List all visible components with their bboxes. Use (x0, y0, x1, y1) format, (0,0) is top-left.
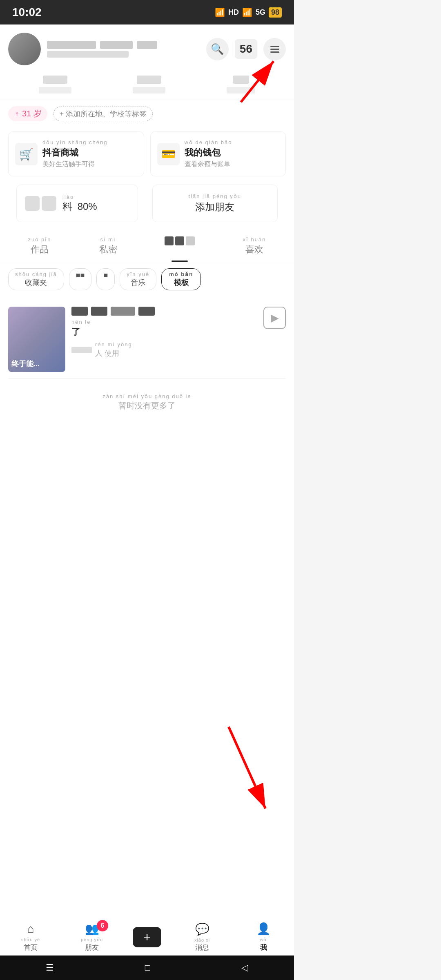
wallet-card[interactable]: 💳 wǒ de qián bāo 我的钱包 查看余额与账单 (150, 131, 286, 176)
signal-icon: 📶 (242, 7, 252, 17)
plus-icon: + (143, 930, 151, 945)
profile-icon-2 (42, 196, 56, 211)
no-more-label: 暂时没有更多了 (118, 401, 176, 410)
likes-num-block (233, 76, 249, 84)
likes-label-block (227, 87, 255, 94)
title-block-4 (138, 307, 155, 316)
menu-line-1 (270, 46, 279, 47)
status-bar: 10:02 📶 HD 📶 5G 98 (0, 0, 294, 24)
stat-following[interactable] (39, 76, 71, 94)
service-cards: 🛒 dǒu yīn shāng chéng 抖音商城 美好生活触手可得 💳 wǒ… (0, 127, 294, 180)
wallet-title-pinyin: wǒ de qián bāo (185, 139, 232, 145)
add-friend-label: 添加朋友 (195, 200, 234, 214)
username-block-1 (47, 41, 96, 49)
nav-home-pinyin: shǒu yè (21, 937, 40, 942)
nav-messages-pinyin: xiāo xi (194, 938, 210, 942)
shop-card[interactable]: 🛒 dǒu yīn shāng chéng 抖音商城 美好生活触手可得 (8, 131, 144, 176)
wallet-text: wǒ de qián bāo 我的钱包 查看余额与账单 (185, 139, 232, 169)
system-menu-button[interactable]: ☰ (46, 962, 54, 973)
menu-button[interactable] (263, 38, 286, 60)
stats-row (0, 69, 294, 100)
bottom-nav: ⌂ shǒu yè 首页 6 👥 péng yǒu 朋友 + 💬 xiāo xi… (0, 917, 294, 956)
add-tag-label: + 添加所在地、学校等标签 (60, 109, 147, 119)
profile-complete-label: 料 80% (62, 200, 129, 213)
stat-followers[interactable] (133, 76, 165, 94)
filter-template-pinyin: mó bǎn (169, 271, 193, 277)
nav-home-label: 首页 (24, 943, 38, 952)
username-block-3 (137, 41, 157, 49)
followers-num-block (137, 76, 161, 84)
filter-template[interactable]: mó bǎn 模板 (161, 268, 201, 290)
status-icons: 📶 HD 📶 5G 98 (215, 7, 282, 18)
add-tag-button[interactable]: + 添加所在地、学校等标签 (53, 107, 153, 121)
tags-row: ♀ 31 岁 + 添加所在地、学校等标签 (0, 100, 294, 127)
nav-friends[interactable]: 6 👥 péng yǒu 朋友 (71, 922, 112, 952)
search-button[interactable]: 🔍 (206, 38, 229, 60)
filter-type3[interactable]: ■ (96, 268, 115, 290)
filter-row: shōu cáng jiā 收藏夹 ■■ ■ yīn yuè 音乐 mó bǎn… (0, 262, 294, 296)
filter-template-label: 模板 (174, 278, 189, 287)
tab-private[interactable]: sī mì 私密 (95, 230, 121, 262)
notification-count[interactable]: 56 (235, 39, 257, 59)
add-friend-card[interactable]: tiān jiā péng yǒu 添加朋友 (152, 185, 278, 222)
no-more-pinyin: zàn shí méi yǒu gèng duō le (102, 393, 191, 399)
shop-text: dǒu yīn shāng chéng 抖音商城 美好生活触手可得 (42, 139, 107, 169)
nav-me[interactable]: 👤 wǒ 我 (243, 922, 284, 952)
title-block-2 (91, 307, 107, 316)
add-friend-pinyin: tiān jiā péng yǒu (189, 193, 241, 199)
tab-works-label: 作品 (31, 243, 49, 256)
friends-badge: 6 (97, 920, 108, 931)
nav-messages[interactable]: 💬 xiāo xi 消息 (182, 922, 223, 952)
followers-label-block (133, 87, 165, 94)
wallet-subtitle: 查看余额与账单 (185, 160, 232, 169)
filter-favorites-pinyin: shōu cáng jiā (15, 271, 57, 277)
post-meta-label: 人 使用 (95, 348, 132, 358)
post-item[interactable]: 终于能... nén le 了 (8, 301, 286, 379)
profile-left (8, 33, 157, 65)
tab-private-pinyin: sī mì (100, 236, 116, 243)
wallet-title: 我的钱包 (185, 147, 232, 159)
tab-grid-sq3 (186, 236, 195, 245)
filter-type2[interactable]: ■■ (69, 268, 92, 290)
post-meta-pinyin: rén mì yòng (95, 341, 132, 347)
shop-icon: 🛒 (15, 143, 38, 165)
following-num-block (43, 76, 67, 84)
filter-favorites[interactable]: shōu cáng jiā 收藏夹 (8, 268, 64, 290)
nav-friends-pinyin: péng yǒu (81, 937, 103, 942)
tab-private-label: 私密 (99, 243, 117, 256)
avatar[interactable] (8, 33, 41, 65)
add-friend-text: tiān jiā péng yǒu 添加朋友 (189, 193, 241, 214)
post-title-chinese: 了 (71, 326, 257, 338)
menu-line-2 (270, 49, 279, 50)
post-thumb-text: 终于能... (11, 359, 40, 369)
profile-complete-card[interactable]: liào 料 80% (16, 185, 138, 222)
nav-me-pinyin: wǒ (260, 937, 267, 942)
profile-info (47, 41, 157, 58)
tab-likes-pinyin: xǐ huān (243, 236, 266, 243)
tab-grid[interactable] (160, 230, 199, 262)
post-info: nén le 了 rén mì yòng 人 使用 (71, 307, 257, 358)
avatar-image (8, 33, 41, 65)
profile-complete-percent: 80% (78, 201, 97, 212)
hd-label: HD (228, 8, 239, 17)
filter-music[interactable]: yīn yuè 音乐 (120, 268, 156, 290)
status-time: 10:02 (12, 6, 42, 19)
post-play-button[interactable]: ▶ (263, 307, 286, 329)
profile-right: 🔍 56 (206, 38, 286, 60)
filter-favorites-label: 收藏夹 (25, 278, 47, 287)
stat-likes[interactable] (227, 76, 255, 94)
nav-home[interactable]: ⌂ shǒu yè 首页 (10, 922, 51, 952)
filter-type3-icon: ■ (103, 271, 108, 279)
system-nav: ☰ □ ◁ (0, 956, 294, 980)
gender-age-tag: ♀ 31 岁 (8, 106, 47, 121)
system-back-button[interactable]: ◁ (241, 962, 248, 973)
profile-header: 🔍 56 (0, 24, 294, 69)
nav-plus-button[interactable]: + (133, 927, 161, 947)
tab-works[interactable]: zuò pǐn 作品 (24, 230, 55, 262)
title-block-3 (111, 307, 135, 316)
tabs-container: zuò pǐn 作品 sī mì 私密 xǐ huān 喜欢 (0, 230, 294, 262)
tab-likes[interactable]: xǐ huān 喜欢 (238, 230, 270, 262)
system-home-button[interactable]: □ (145, 962, 150, 973)
shop-title: 抖音商城 (42, 147, 107, 159)
nav-messages-label: 消息 (195, 943, 209, 952)
